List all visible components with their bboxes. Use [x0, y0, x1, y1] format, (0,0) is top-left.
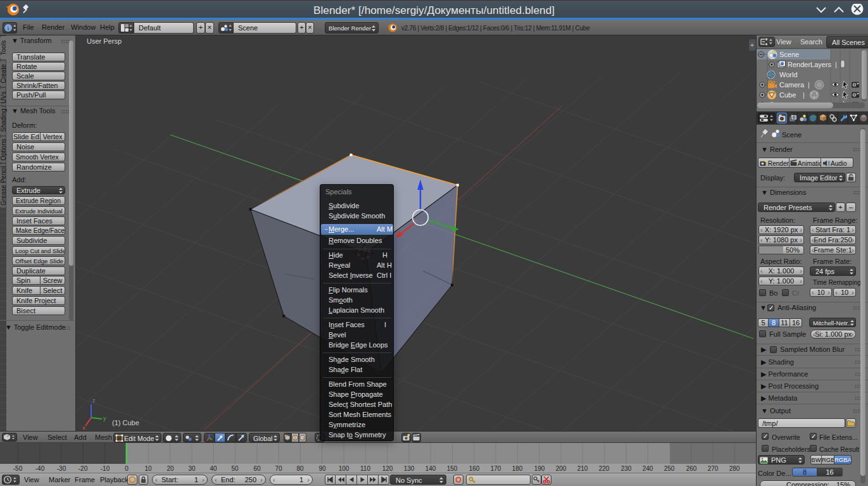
svg-text:x: x — [82, 425, 85, 431]
svg-text:|: | — [835, 61, 837, 68]
svg-text:|: | — [803, 91, 805, 99]
svg-text:Cube: Cube — [779, 91, 796, 99]
svg-text:Camera: Camera — [779, 81, 805, 89]
svg-text:+: + — [750, 42, 754, 49]
svg-text:(1) Cube: (1) Cube — [112, 419, 139, 427]
svg-text:Scene: Scene — [779, 51, 799, 58]
svg-text:RenderLayers: RenderLayers — [788, 61, 832, 68]
svg-text:|: | — [808, 81, 810, 89]
svg-text:World: World — [779, 71, 798, 78]
svg-text:User Persp: User Persp — [87, 37, 122, 45]
svg-text:z: z — [92, 397, 96, 404]
svg-text:y: y — [103, 415, 106, 421]
